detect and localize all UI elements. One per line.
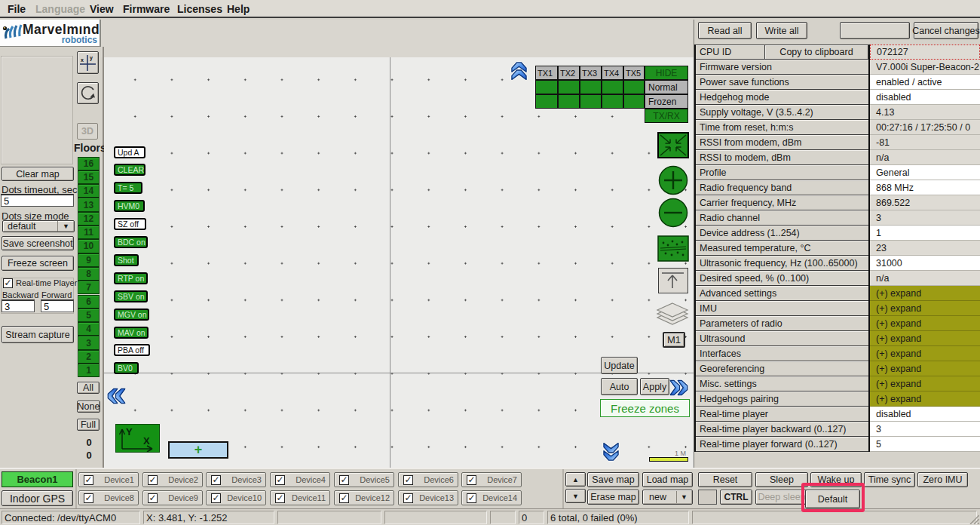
svg-text:x: x: [81, 57, 84, 63]
svg-text:X: X: [143, 435, 150, 447]
svg-text:y: y: [90, 55, 93, 61]
svg-text:Y: Y: [126, 426, 133, 438]
